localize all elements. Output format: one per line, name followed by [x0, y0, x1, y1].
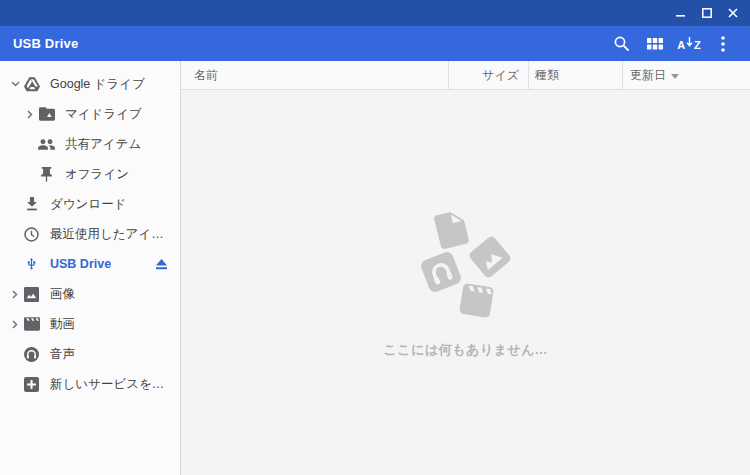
sidebar-item-label: マイドライブ — [65, 106, 142, 123]
folder-icon — [38, 106, 55, 123]
page-title: USB Drive — [13, 36, 78, 51]
image-icon — [23, 286, 40, 303]
maximize-button[interactable] — [694, 2, 720, 24]
people-icon — [38, 136, 55, 153]
chevron-right-icon[interactable] — [7, 320, 23, 329]
column-header-date[interactable]: 更新日 — [622, 61, 750, 89]
eject-icon — [155, 258, 168, 270]
file-list-empty-area: ここには何もありません... — [181, 90, 750, 475]
clock-icon — [23, 226, 40, 243]
sidebar-item-label: 共有アイテム — [65, 136, 141, 153]
maximize-icon — [702, 8, 712, 18]
toolbar-actions: AZ — [604, 29, 740, 59]
empty-state: ここには何もありません... — [181, 212, 750, 359]
google-drive-icon — [23, 76, 40, 93]
search-icon — [613, 35, 630, 52]
minimize-icon — [676, 8, 686, 18]
list-header: 名前 サイズ 種類 更新日 — [181, 61, 750, 90]
minimize-button[interactable] — [668, 2, 694, 24]
column-header-size[interactable]: サイズ — [448, 61, 528, 89]
menu-button[interactable] — [706, 29, 740, 59]
sidebar-item-label: 最近使用したアイテム — [50, 226, 170, 243]
movie-icon — [23, 316, 40, 333]
eject-button[interactable] — [152, 255, 170, 273]
sidebar: Google ドライブ マイドライブ 共有アイテム — [0, 61, 181, 475]
chevron-right-icon[interactable] — [7, 290, 23, 299]
audio-headphones-icon — [419, 250, 463, 294]
sidebar-item-my-drive[interactable]: マイドライブ — [0, 99, 180, 129]
sidebar-item-recent[interactable]: 最近使用したアイテム — [0, 219, 180, 249]
sidebar-item-offline[interactable]: オフライン — [0, 159, 180, 189]
files-app-window: USB Drive AZ — [0, 0, 750, 475]
titlebar — [0, 0, 750, 26]
column-header-name[interactable]: 名前 — [181, 61, 448, 89]
sidebar-item-audio[interactable]: 音声 — [0, 339, 180, 369]
sidebar-item-label: オフライン — [65, 166, 129, 183]
empty-state-icons — [411, 212, 521, 316]
sidebar-item-shared[interactable]: 共有アイテム — [0, 129, 180, 159]
window-body: Google ドライブ マイドライブ 共有アイテム — [0, 61, 750, 475]
toolbar: USB Drive AZ — [0, 26, 750, 61]
empty-message: ここには何もありません... — [384, 341, 548, 359]
file-list-pane: 名前 サイズ 種類 更新日 — [181, 61, 750, 475]
sidebar-item-google-drive[interactable]: Google ドライブ — [0, 69, 180, 99]
sort-arrow-icon — [686, 36, 693, 48]
kebab-menu-icon — [721, 36, 725, 52]
sidebar-item-label: Google ドライブ — [50, 76, 145, 93]
file-doc-icon — [433, 209, 470, 250]
az-sort-icon: AZ — [677, 36, 701, 51]
usb-icon — [23, 256, 40, 273]
audio-icon — [23, 346, 40, 363]
close-icon — [728, 8, 738, 18]
sidebar-item-videos[interactable]: 動画 — [0, 309, 180, 339]
search-button[interactable] — [604, 29, 638, 59]
sidebar-item-usb-drive[interactable]: USB Drive — [0, 249, 180, 279]
sidebar-item-label: 新しいサービスを追加 — [50, 376, 170, 393]
sidebar-item-label: 音声 — [50, 346, 75, 363]
sidebar-item-label: USB Drive — [50, 257, 111, 271]
chevron-right-icon[interactable] — [22, 110, 38, 119]
pin-icon — [38, 166, 55, 183]
sort-desc-icon — [671, 68, 679, 82]
grid-view-icon — [647, 38, 663, 50]
sidebar-item-add-service[interactable]: 新しいサービスを追加 — [0, 369, 180, 399]
sidebar-item-label: 動画 — [50, 316, 75, 333]
sort-button[interactable]: AZ — [672, 29, 706, 59]
sidebar-item-label: ダウンロード — [50, 196, 126, 213]
image-photo-icon — [467, 234, 512, 279]
add-icon — [23, 376, 40, 393]
movie-clapper-icon — [458, 283, 493, 318]
sidebar-item-downloads[interactable]: ダウンロード — [0, 189, 180, 219]
column-header-type[interactable]: 種類 — [528, 61, 622, 89]
download-icon — [23, 196, 40, 213]
sidebar-item-label: 画像 — [50, 286, 75, 303]
close-button[interactable] — [720, 2, 746, 24]
chevron-down-icon[interactable] — [7, 81, 23, 87]
sidebar-item-images[interactable]: 画像 — [0, 279, 180, 309]
grid-view-button[interactable] — [638, 29, 672, 59]
